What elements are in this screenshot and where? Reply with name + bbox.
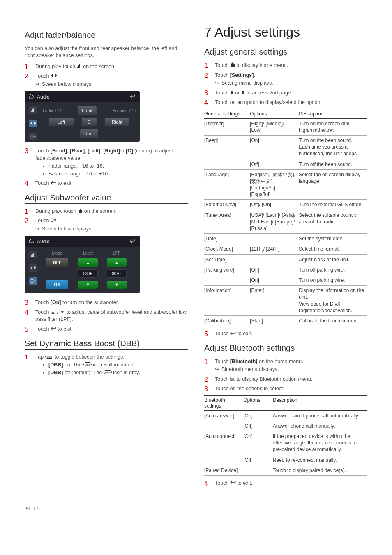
rear-option: [Rear] (70, 148, 85, 154)
eq-tab-icon[interactable] (29, 106, 37, 114)
options-cell: [English], [简体中文], [繁体中文], [Português], … (250, 169, 299, 200)
svg-text:DBB: DBB (105, 371, 110, 373)
description-cell: Turn on parking wire. (299, 275, 367, 285)
screenshot-title: Audio (37, 239, 50, 244)
back-icon[interactable] (130, 239, 136, 244)
text: to display Bluetooth option menu. (236, 376, 312, 382)
center-option: [C] (126, 148, 133, 154)
text: off (default): The (63, 370, 103, 375)
level-down-button[interactable]: ▼ (78, 281, 98, 289)
settings-option: [Settings] (230, 72, 254, 78)
text: to exit. (237, 480, 252, 486)
options-cell: [USA]/ [Latin]/ [Asia]/ [Mid-East]/ [Eur… (250, 210, 299, 234)
options-cell: [On] (250, 135, 299, 159)
home-icon[interactable] (29, 94, 34, 100)
table-row: [Off]Turn off the beep sound. (204, 159, 367, 169)
fader-step-1: During play touch on the screen. (25, 63, 188, 71)
svg-marker-5 (55, 74, 57, 78)
lpf-up-button[interactable]: ▲ (107, 258, 127, 267)
th-description: Description (273, 395, 367, 410)
description-cell: Select the suitable country area of the … (299, 210, 367, 234)
bluetooth-settings-table: Bluetooth settings Options Description [… (204, 395, 367, 476)
fader-tab-icon[interactable] (29, 264, 37, 272)
bt-step-3: Touch on the options to select: (204, 385, 367, 393)
table-row: [Calibration][Start]Calibrate the touch … (204, 315, 367, 326)
return-icon (230, 330, 236, 338)
sub-tab-icon[interactable] (29, 277, 37, 285)
text: to exit. (58, 326, 73, 332)
description-cell: Calibrate the touch screen. (299, 315, 367, 326)
text: Touch (215, 72, 230, 78)
left-button[interactable]: Left (49, 118, 74, 126)
dbb-option: [DBB] (48, 362, 63, 368)
table-row: [Date]Set the system date. (204, 234, 367, 244)
fader-step-2: Touch ↪Sceen below displays: (25, 73, 188, 88)
text: or (120, 148, 126, 154)
level-up-button[interactable]: ▲ (78, 258, 98, 267)
options-cell: [High]/ [Middle]/ [Low] (250, 118, 299, 135)
mode-off-button[interactable]: OFF (46, 258, 68, 267)
text: Touch (215, 480, 230, 486)
sub-step-4: Touch ▲ / ▼ to adjust value of subwoofer… (25, 309, 188, 323)
dbb-icon: DBB (104, 369, 112, 377)
options-cell (250, 234, 299, 244)
options-cell: [On] (250, 275, 299, 285)
right-button[interactable]: Right (105, 118, 129, 126)
front-button[interactable]: Front (78, 106, 97, 115)
text: to access 2nd page. (246, 90, 292, 96)
level-value: 03dB (78, 269, 98, 278)
down-arrow-icon (241, 90, 245, 97)
setting-cell (204, 455, 243, 465)
svg-rect-15 (80, 209, 81, 213)
eq-tab-icon[interactable] (29, 251, 37, 258)
text: Tap (35, 354, 45, 360)
svg-point-12 (31, 135, 33, 138)
home-icon (230, 62, 235, 69)
sub-tab-icon[interactable] (29, 133, 37, 140)
lpf-down-button[interactable]: ▼ (107, 281, 127, 289)
svg-rect-9 (35, 110, 35, 112)
up-arrow-icon (230, 90, 234, 97)
subwoofer-heading: Adjust Subwoofer value (25, 193, 188, 204)
fader-tab-icon[interactable] (29, 120, 37, 127)
text: icon is illuminated. (92, 362, 135, 368)
description-cell: Display the information on the unit.View… (299, 286, 367, 316)
svg-rect-14 (79, 210, 80, 213)
lpf-header: LPF (104, 251, 129, 256)
text: to display home menu. (236, 62, 288, 68)
result-arrow-icon: ↪ (35, 226, 39, 233)
general-settings-table: General settings Options Description [Di… (204, 109, 367, 327)
return-icon (51, 326, 56, 333)
gen-step-4: Touch on an option to display/select the… (204, 99, 367, 106)
back-icon[interactable] (130, 94, 136, 99)
setting-cell: [Paired Device] (204, 465, 243, 475)
lpf-value: 80Hz (107, 269, 127, 278)
text: icon is gray. (112, 370, 140, 375)
text: During play, touch (35, 208, 76, 214)
mode-header: Mode (43, 251, 71, 256)
text: During play touch (35, 64, 75, 69)
svg-rect-6 (31, 111, 32, 112)
mode-on-button[interactable]: ON (46, 280, 68, 289)
text: Sceen below displays: (42, 81, 93, 88)
text: on the screen. (83, 64, 115, 69)
svg-rect-13 (78, 211, 78, 213)
options-cell: [12Hr]/ [24Hr] (250, 244, 299, 254)
rear-button[interactable]: Rear (80, 129, 98, 138)
page-number: 20 (25, 506, 30, 511)
page-footer: 20 EN (25, 506, 367, 511)
text: to turn on the subwoofer. (61, 299, 119, 305)
svg-rect-18 (31, 255, 32, 257)
setting-cell (204, 159, 250, 169)
options-cell: [Start] (250, 315, 299, 326)
text: Touch (215, 62, 230, 68)
home-icon[interactable] (29, 238, 34, 244)
svg-rect-0 (77, 67, 78, 68)
th-setting: Bluetooth settings (204, 395, 243, 410)
table-row: [Information][Enter]Display the informat… (204, 286, 367, 316)
center-button[interactable]: C (82, 118, 97, 126)
menu-list-icon (230, 376, 235, 383)
description-cell: Set the system date. (299, 234, 367, 244)
balance-range-bullet: Balance range: -16 to +16. (48, 170, 188, 178)
description-cell: If the pre-paired device is within the e… (273, 431, 367, 455)
